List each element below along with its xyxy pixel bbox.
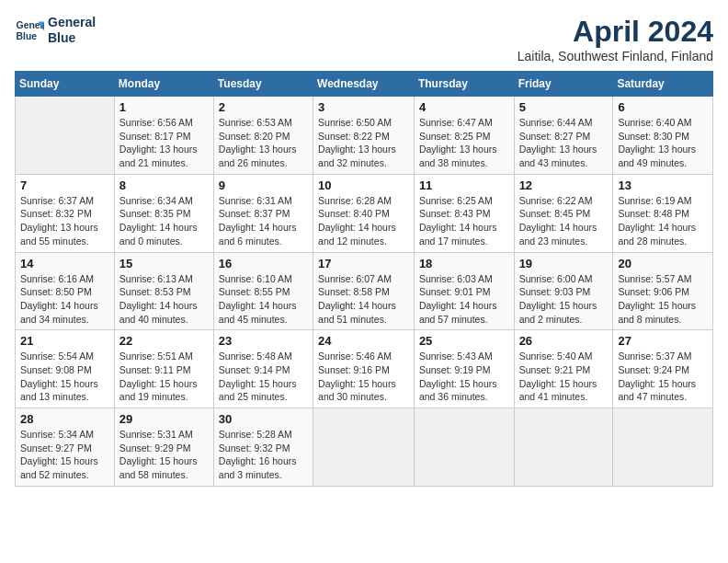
day-info: Sunrise: 6:03 AMSunset: 9:01 PMDaylight:… (419, 272, 509, 327)
table-row: 30Sunrise: 5:28 AMSunset: 9:32 PMDayligh… (213, 408, 313, 487)
table-row: 17Sunrise: 6:07 AMSunset: 8:58 PMDayligh… (313, 252, 415, 330)
table-row (16, 97, 115, 175)
day-number: 21 (20, 334, 109, 348)
day-info: Sunrise: 6:22 AMSunset: 8:45 PMDaylight:… (519, 194, 609, 248)
table-row: 19Sunrise: 6:00 AMSunset: 9:03 PMDayligh… (514, 252, 613, 330)
day-info: Sunrise: 6:07 AMSunset: 8:58 PMDaylight:… (318, 272, 409, 327)
day-info: Sunrise: 6:34 AMSunset: 8:35 PMDaylight:… (119, 194, 209, 248)
day-number: 11 (419, 178, 509, 192)
table-row: 2Sunrise: 6:53 AMSunset: 8:20 PMDaylight… (213, 97, 313, 175)
day-number: 27 (618, 334, 708, 348)
header: General Blue General Blue April 2024 Lai… (15, 15, 713, 63)
day-info: Sunrise: 5:43 AMSunset: 9:19 PMDaylight:… (419, 350, 509, 404)
table-row (313, 408, 415, 487)
table-row: 26Sunrise: 5:40 AMSunset: 9:21 PMDayligh… (514, 330, 613, 408)
day-number: 25 (419, 334, 509, 348)
day-number: 26 (519, 334, 609, 348)
day-number: 7 (20, 178, 109, 192)
col-friday: Friday (514, 72, 613, 97)
day-info: Sunrise: 5:31 AMSunset: 9:29 PMDaylight:… (119, 428, 209, 482)
day-number: 23 (219, 334, 308, 348)
calendar-week-row: 21Sunrise: 5:54 AMSunset: 9:08 PMDayligh… (16, 330, 713, 408)
day-number: 15 (119, 257, 209, 270)
day-info: Sunrise: 5:46 AMSunset: 9:16 PMDaylight:… (318, 350, 409, 404)
day-number: 8 (119, 178, 209, 192)
day-info: Sunrise: 6:19 AMSunset: 8:48 PMDaylight:… (618, 194, 708, 248)
location-title: Laitila, Southwest Finland, Finland (518, 49, 713, 63)
table-row: 24Sunrise: 5:46 AMSunset: 9:16 PMDayligh… (313, 330, 415, 408)
col-tuesday: Tuesday (213, 72, 313, 97)
col-wednesday: Wednesday (313, 72, 415, 97)
calendar-week-row: 7Sunrise: 6:37 AMSunset: 8:32 PMDaylight… (16, 174, 713, 252)
table-row: 5Sunrise: 6:44 AMSunset: 8:27 PMDaylight… (514, 97, 613, 175)
day-number: 17 (318, 257, 409, 270)
day-info: Sunrise: 6:44 AMSunset: 8:27 PMDaylight:… (519, 116, 609, 170)
table-row: 4Sunrise: 6:47 AMSunset: 8:25 PMDaylight… (414, 97, 514, 175)
day-number: 18 (419, 257, 509, 270)
day-number: 12 (519, 178, 609, 192)
day-info: Sunrise: 5:51 AMSunset: 9:11 PMDaylight:… (119, 350, 209, 404)
table-row: 9Sunrise: 6:31 AMSunset: 8:37 PMDaylight… (213, 174, 313, 252)
calendar-header-row: Sunday Monday Tuesday Wednesday Thursday… (16, 72, 713, 97)
day-info: Sunrise: 6:31 AMSunset: 8:37 PMDaylight:… (219, 194, 308, 248)
day-info: Sunrise: 6:37 AMSunset: 8:32 PMDaylight:… (20, 194, 109, 248)
table-row (514, 408, 613, 487)
table-row: 22Sunrise: 5:51 AMSunset: 9:11 PMDayligh… (114, 330, 213, 408)
day-info: Sunrise: 6:56 AMSunset: 8:17 PMDaylight:… (119, 116, 209, 170)
day-info: Sunrise: 5:54 AMSunset: 9:08 PMDaylight:… (20, 350, 109, 404)
table-row: 7Sunrise: 6:37 AMSunset: 8:32 PMDaylight… (16, 174, 115, 252)
table-row: 14Sunrise: 6:16 AMSunset: 8:50 PMDayligh… (16, 252, 115, 330)
col-sunday: Sunday (16, 72, 115, 97)
day-number: 29 (119, 412, 209, 426)
day-number: 19 (519, 257, 609, 270)
day-number: 5 (519, 100, 609, 114)
logo: General Blue General Blue (15, 15, 96, 46)
table-row: 21Sunrise: 5:54 AMSunset: 9:08 PMDayligh… (16, 330, 115, 408)
table-row: 8Sunrise: 6:34 AMSunset: 8:35 PMDaylight… (114, 174, 213, 252)
calendar-table: Sunday Monday Tuesday Wednesday Thursday… (15, 71, 713, 487)
day-info: Sunrise: 6:40 AMSunset: 8:30 PMDaylight:… (618, 116, 708, 170)
day-info: Sunrise: 6:28 AMSunset: 8:40 PMDaylight:… (318, 194, 409, 248)
table-row (613, 408, 713, 487)
day-number: 28 (20, 412, 109, 426)
day-number: 9 (219, 178, 308, 192)
day-number: 22 (119, 334, 209, 348)
col-thursday: Thursday (414, 72, 514, 97)
table-row: 16Sunrise: 6:10 AMSunset: 8:55 PMDayligh… (213, 252, 313, 330)
day-number: 6 (618, 100, 708, 114)
day-number: 14 (20, 257, 109, 270)
day-number: 20 (618, 257, 708, 270)
table-row (414, 408, 514, 487)
day-number: 4 (419, 100, 509, 114)
calendar-week-row: 1Sunrise: 6:56 AMSunset: 8:17 PMDaylight… (16, 97, 713, 175)
table-row: 23Sunrise: 5:48 AMSunset: 9:14 PMDayligh… (213, 330, 313, 408)
day-number: 1 (119, 100, 209, 114)
day-info: Sunrise: 6:16 AMSunset: 8:50 PMDaylight:… (20, 272, 109, 327)
day-number: 24 (318, 334, 409, 348)
table-row: 1Sunrise: 6:56 AMSunset: 8:17 PMDaylight… (114, 97, 213, 175)
day-number: 16 (219, 257, 308, 270)
logo-text-general: General (48, 15, 96, 30)
day-info: Sunrise: 6:00 AMSunset: 9:03 PMDaylight:… (519, 272, 609, 327)
day-info: Sunrise: 5:40 AMSunset: 9:21 PMDaylight:… (519, 350, 609, 404)
table-row: 11Sunrise: 6:25 AMSunset: 8:43 PMDayligh… (414, 174, 514, 252)
day-info: Sunrise: 6:47 AMSunset: 8:25 PMDaylight:… (419, 116, 509, 170)
day-info: Sunrise: 5:37 AMSunset: 9:24 PMDaylight:… (618, 350, 708, 404)
logo-icon: General Blue (15, 16, 44, 45)
col-monday: Monday (114, 72, 213, 97)
logo-text-blue: Blue (48, 30, 96, 46)
day-info: Sunrise: 6:50 AMSunset: 8:22 PMDaylight:… (318, 116, 409, 170)
svg-text:Blue: Blue (17, 30, 38, 40)
table-row: 28Sunrise: 5:34 AMSunset: 9:27 PMDayligh… (16, 408, 115, 487)
table-row: 15Sunrise: 6:13 AMSunset: 8:53 PMDayligh… (114, 252, 213, 330)
calendar-week-row: 28Sunrise: 5:34 AMSunset: 9:27 PMDayligh… (16, 408, 713, 487)
month-title: April 2024 (518, 15, 713, 49)
table-row: 29Sunrise: 5:31 AMSunset: 9:29 PMDayligh… (114, 408, 213, 487)
table-row: 18Sunrise: 6:03 AMSunset: 9:01 PMDayligh… (414, 252, 514, 330)
day-number: 30 (219, 412, 308, 426)
day-info: Sunrise: 5:57 AMSunset: 9:06 PMDaylight:… (618, 272, 708, 327)
table-row: 10Sunrise: 6:28 AMSunset: 8:40 PMDayligh… (313, 174, 415, 252)
day-info: Sunrise: 6:13 AMSunset: 8:53 PMDaylight:… (119, 272, 209, 327)
table-row: 27Sunrise: 5:37 AMSunset: 9:24 PMDayligh… (613, 330, 713, 408)
day-info: Sunrise: 6:53 AMSunset: 8:20 PMDaylight:… (219, 116, 308, 170)
